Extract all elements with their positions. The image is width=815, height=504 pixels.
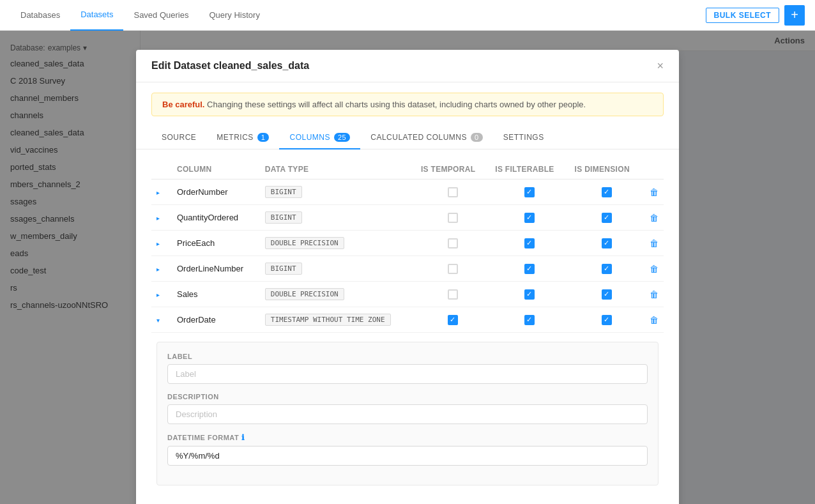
row-temporal-5[interactable] (416, 307, 490, 333)
row-temporal-1[interactable] (416, 205, 490, 231)
modal-header: Edit Dataset cleaned_sales_data × (136, 50, 679, 82)
row-filterable-1[interactable] (490, 205, 569, 231)
delete-icon[interactable]: 🗑 (650, 315, 659, 325)
row-dimension-0[interactable] (570, 179, 644, 205)
tab-calculated-columns[interactable]: CALCULATED COLUMNS 0 (360, 126, 492, 149)
dimension-checkbox[interactable] (602, 238, 612, 248)
filterable-checkbox[interactable] (524, 213, 535, 223)
row-delete-2[interactable]: 🗑 (644, 231, 664, 256)
row-filterable-2[interactable] (490, 231, 569, 256)
table-row: ▸ Sales DOUBLE PRECISION 🗑 (151, 282, 664, 307)
row-filterable-0[interactable] (490, 179, 569, 205)
chevron-icon: ▾ (156, 317, 167, 324)
tab-source[interactable]: SOURCE (151, 126, 206, 149)
temporal-checkbox[interactable] (448, 238, 458, 248)
tab-metrics[interactable]: METRICS 1 (206, 126, 279, 149)
table-row: ▾ OrderDate TIMESTAMP WITHOUT TIME ZONE … (151, 307, 664, 333)
modal-body: Column Data Type Is Temporal Is Filterab… (136, 149, 679, 504)
dimension-checkbox[interactable] (602, 315, 612, 325)
row-expand-1[interactable]: ▸ (151, 205, 172, 231)
row-delete-3[interactable]: 🗑 (644, 256, 664, 282)
filterable-checkbox[interactable] (524, 315, 535, 325)
dimension-checkbox[interactable] (602, 264, 612, 274)
filterable-checkbox[interactable] (524, 264, 535, 274)
row-col-name-2: PriceEach (172, 231, 260, 256)
row-delete-5[interactable]: 🗑 (644, 307, 664, 333)
chevron-icon: ▸ (156, 189, 167, 196)
row-delete-1[interactable]: 🗑 (644, 205, 664, 231)
delete-icon[interactable]: 🗑 (650, 187, 659, 197)
th-column: Column (172, 160, 260, 179)
description-field-group: DESCRIPTION (167, 393, 648, 433)
row-col-name-5: OrderDate (172, 307, 260, 333)
row-delete-0[interactable]: 🗑 (644, 179, 664, 205)
close-modal-button[interactable]: × (657, 60, 664, 72)
type-badge: TIMESTAMP WITHOUT TIME ZONE (265, 314, 391, 326)
delete-icon[interactable]: 🗑 (650, 289, 659, 300)
description-input[interactable] (167, 404, 648, 424)
row-temporal-4[interactable] (416, 282, 490, 307)
filterable-checkbox[interactable] (524, 289, 535, 300)
bulk-select-button[interactable]: BULK SELECT (706, 8, 780, 23)
row-expand-3[interactable]: ▸ (151, 256, 172, 282)
row-expand-2[interactable]: ▸ (151, 231, 172, 256)
nav-databases[interactable]: Databases (10, 0, 70, 31)
row-datatype-1: BIGINT (260, 205, 416, 231)
columns-table: Column Data Type Is Temporal Is Filterab… (151, 160, 664, 497)
dimension-checkbox[interactable] (602, 213, 612, 223)
row-delete-4[interactable]: 🗑 (644, 282, 664, 307)
chevron-icon: ▸ (156, 240, 167, 247)
type-badge: DOUBLE PRECISION (265, 288, 344, 300)
nav-datasets[interactable]: Datasets (70, 0, 123, 31)
row-filterable-5[interactable] (490, 307, 569, 333)
delete-icon[interactable]: 🗑 (650, 213, 659, 223)
row-expand-4[interactable]: ▸ (151, 282, 172, 307)
temporal-checkbox[interactable] (448, 289, 458, 300)
chevron-icon: ▸ (156, 266, 167, 273)
temporal-checkbox[interactable] (448, 264, 458, 274)
row-expand-5[interactable]: ▾ (151, 307, 172, 333)
delete-icon[interactable]: 🗑 (650, 238, 659, 248)
warning-banner: Be careful. Changing these settings will… (151, 93, 664, 116)
temporal-checkbox[interactable] (448, 187, 458, 197)
row-filterable-3[interactable] (490, 256, 569, 282)
description-field-label: DESCRIPTION (167, 393, 648, 401)
th-dimension: Is Dimension (570, 160, 644, 179)
datetime-field-group: DATETIME FORMAT ℹ (167, 433, 648, 475)
row-expand-0[interactable]: ▸ (151, 179, 172, 205)
row-temporal-3[interactable] (416, 256, 490, 282)
row-dimension-2[interactable] (570, 231, 644, 256)
delete-icon[interactable]: 🗑 (650, 264, 659, 274)
calc-columns-badge: 0 (471, 133, 483, 142)
top-nav: Databases Datasets Saved Queries Query H… (0, 0, 815, 31)
row-datatype-5: TIMESTAMP WITHOUT TIME ZONE (260, 307, 416, 333)
filterable-checkbox[interactable] (524, 238, 535, 248)
nav-right-actions: BULK SELECT + (706, 5, 805, 26)
label-input[interactable] (167, 364, 648, 384)
row-dimension-5[interactable] (570, 307, 644, 333)
type-badge: BIGINT (265, 186, 302, 198)
datetime-input[interactable] (167, 446, 648, 466)
tab-settings[interactable]: SETTINGS (493, 126, 554, 149)
row-temporal-2[interactable] (416, 231, 490, 256)
add-dataset-button[interactable]: + (784, 5, 805, 26)
row-dimension-3[interactable] (570, 256, 644, 282)
nav-query-history[interactable]: Query History (199, 0, 270, 31)
table-row: ▸ OrderNumber BIGINT 🗑 (151, 179, 664, 205)
temporal-checkbox[interactable] (448, 315, 458, 325)
row-filterable-4[interactable] (490, 282, 569, 307)
nav-saved-queries[interactable]: Saved Queries (123, 0, 199, 31)
table-header-row: Column Data Type Is Temporal Is Filterab… (151, 160, 664, 179)
type-badge: DOUBLE PRECISION (265, 237, 344, 249)
filterable-checkbox[interactable] (524, 187, 535, 197)
th-delete (644, 160, 664, 179)
row-dimension-1[interactable] (570, 205, 644, 231)
dataset-name: cleaned_sales_data (213, 60, 309, 71)
row-dimension-4[interactable] (570, 282, 644, 307)
temporal-checkbox[interactable] (448, 213, 458, 223)
dimension-checkbox[interactable] (602, 289, 612, 300)
dimension-checkbox[interactable] (602, 187, 612, 197)
row-temporal-0[interactable] (416, 179, 490, 205)
tab-columns[interactable]: COLUMNS 25 (279, 126, 360, 149)
modal-title: Edit Dataset cleaned_sales_data (151, 60, 309, 72)
